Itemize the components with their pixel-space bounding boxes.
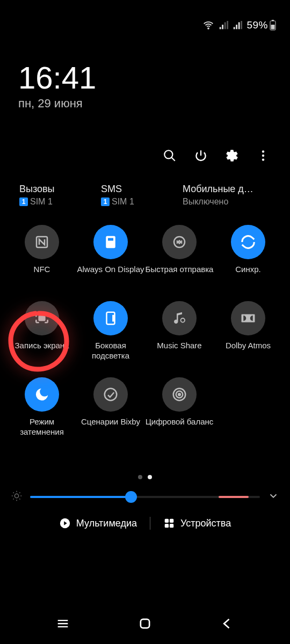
- svg-point-11: [174, 237, 185, 247]
- svg-rect-26: [170, 524, 173, 528]
- brightness-row: [0, 479, 290, 504]
- qs-tile-dolby[interactable]: Dolby Atmos: [214, 301, 282, 361]
- nav-bar: [0, 613, 290, 634]
- svg-rect-2: [272, 20, 274, 21]
- sim-sms[interactable]: SMS 1SIM 1: [101, 184, 183, 207]
- qs-tile-label: NFC: [34, 265, 50, 285]
- qs-tile-edge[interactable]: Боковая подсветка: [76, 301, 145, 361]
- wifi-icon: [202, 19, 214, 31]
- nav-recent[interactable]: [52, 613, 74, 634]
- sim-row: Вызовы 1SIM 1 SMS 1SIM 1 Мобильные да… В…: [0, 163, 290, 207]
- aod-icon: [93, 225, 128, 259]
- darkmode-icon: [25, 377, 59, 412]
- qs-tile-label: Синхр.: [235, 265, 261, 285]
- clock-time: 16:41: [18, 62, 272, 93]
- brightness-icon: [11, 490, 23, 504]
- svg-rect-24: [170, 519, 173, 523]
- svg-rect-23: [165, 519, 169, 523]
- dolby-icon: [231, 301, 265, 335]
- sim-calls[interactable]: Вызовы 1SIM 1: [19, 184, 101, 207]
- signal2-icon: [233, 20, 242, 30]
- qs-tile-label: Music Share: [157, 341, 201, 361]
- more-icon[interactable]: [256, 148, 271, 163]
- qs-tile-label: Запись экрана: [15, 341, 69, 361]
- qs-tile-grid: NFCAlways On DisplayБыстрая отправкаСинх…: [0, 207, 290, 437]
- qs-tile-label: Быстрая отправка: [146, 265, 214, 285]
- svg-point-6: [262, 155, 264, 157]
- quickshare-icon: [162, 225, 197, 259]
- sync-icon: [231, 225, 265, 259]
- qs-tile-label: Цифровой баланс: [146, 417, 214, 437]
- svg-rect-9: [106, 236, 115, 248]
- svg-point-7: [262, 158, 264, 160]
- media-button[interactable]: Мультимедиа: [59, 517, 137, 529]
- clock-date: пн, 29 июня: [18, 97, 272, 111]
- qs-tile-nfc[interactable]: NFC: [8, 225, 76, 285]
- status-bar: 59%: [0, 0, 290, 35]
- svg-point-20: [178, 393, 180, 396]
- qs-tile-label: Режим затемнения: [8, 417, 76, 437]
- pager-dot-0: [138, 475, 142, 479]
- qs-tile-label: Боковая подсветка: [76, 341, 145, 361]
- svg-point-17: [105, 389, 117, 401]
- qs-tile-aod[interactable]: Always On Display: [76, 225, 145, 285]
- qs-tile-quickshare[interactable]: Быстрая отправка: [145, 225, 214, 285]
- devices-button[interactable]: Устройства: [163, 517, 231, 529]
- screenrec-icon: [25, 301, 59, 335]
- qs-tile-label: Dolby Atmos: [226, 341, 271, 361]
- qs-tile-screenrec[interactable]: Запись экрана: [8, 301, 76, 361]
- svg-rect-10: [108, 238, 113, 241]
- svg-point-5: [262, 150, 264, 152]
- qs-tile-darkmode[interactable]: Режим затемнения: [8, 377, 76, 437]
- qs-action-row: [0, 111, 290, 163]
- svg-point-4: [164, 150, 172, 158]
- qs-tile-wellbeing[interactable]: Цифровой баланс: [145, 377, 214, 437]
- pager-dot-1: [148, 475, 152, 479]
- nfc-icon: [25, 225, 59, 259]
- edge-icon: [93, 301, 128, 335]
- svg-rect-12: [39, 316, 45, 320]
- power-icon[interactable]: [193, 148, 208, 163]
- nav-back[interactable]: [216, 613, 238, 634]
- chevron-down-icon[interactable]: [267, 490, 279, 504]
- svg-rect-25: [165, 524, 169, 528]
- qs-tile-musicshare[interactable]: Music Share: [145, 301, 214, 361]
- qs-tile-bixby[interactable]: Сценарии Bixby: [76, 377, 145, 437]
- signal1-icon: [219, 20, 228, 30]
- qs-tile-sync[interactable]: Синхр.: [214, 225, 282, 285]
- qs-tile-label: Always On Display: [77, 265, 144, 285]
- search-icon[interactable]: [162, 148, 177, 163]
- musicshare-icon: [162, 301, 197, 335]
- footer-divider: [150, 517, 150, 530]
- footer-row: Мультимедиа Устройства: [0, 517, 290, 530]
- svg-point-0: [208, 28, 209, 29]
- clock-area: 16:41 пн, 29 июня: [0, 35, 290, 111]
- nav-home[interactable]: [134, 613, 156, 634]
- wellbeing-icon: [162, 377, 197, 412]
- battery-indicator: 59%: [247, 19, 276, 31]
- bixby-icon: [93, 377, 128, 412]
- svg-point-14: [181, 318, 185, 323]
- qs-tile-label: Сценарии Bixby: [81, 417, 140, 437]
- svg-point-21: [15, 494, 18, 497]
- sim-data[interactable]: Мобильные да… Выключено: [183, 184, 264, 207]
- brightness-slider[interactable]: [30, 496, 260, 498]
- svg-rect-27: [141, 619, 149, 628]
- svg-rect-3: [271, 25, 275, 30]
- pager-dots[interactable]: [0, 475, 290, 479]
- gear-icon[interactable]: [224, 148, 240, 163]
